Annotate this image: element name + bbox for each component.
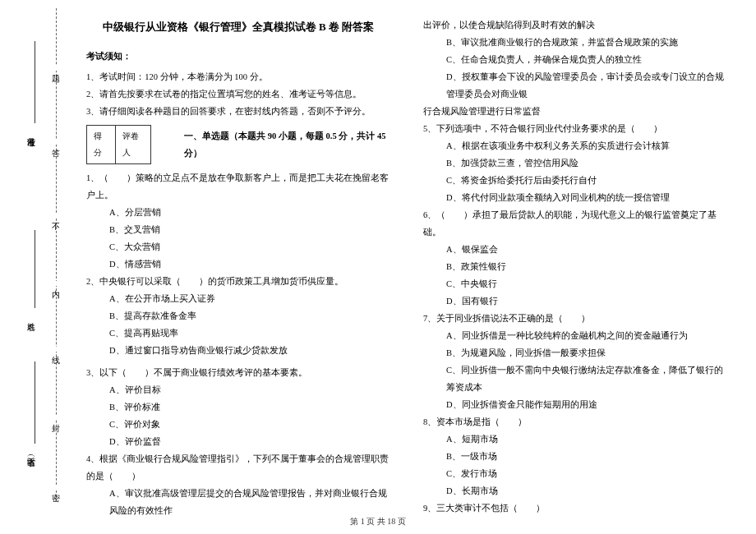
question-option: D、通过窗口指导劝告商业银行减少贷款发放 <box>86 342 390 359</box>
question-option: C、将资金拆给委托行后由委托行自付 <box>423 172 727 189</box>
question-stem: 9、三大类审计不包括（ ） <box>423 499 727 517</box>
underline-province <box>35 361 35 444</box>
left-column: 中级银行从业资格《银行管理》全真模拟试卷 B 卷 附答案 考试须知： 1、考试时… <box>74 8 403 501</box>
question-option: D、将代付同业款项全额纳入对同业机构的统一授信管理 <box>423 189 727 206</box>
question-option: D、长期市场 <box>423 482 727 499</box>
question-option: B、审议批准商业银行的合规政策，并监督合规政策的实施 <box>423 34 727 51</box>
seal-line <box>56 8 57 501</box>
question-option: B、为规避风险，同业拆借一般要求担保 <box>423 344 727 361</box>
question-option: C、任命合规负责人，并确保合规负责人的独立性 <box>423 51 727 68</box>
instruction-item: 2、请首先按要求在试卷的指定位置填写您的姓名、准考证号等信息。 <box>86 85 390 103</box>
question-option: D、情感营销 <box>86 255 390 273</box>
question-option-cont: 出评价，以使合规缺陷得到及时有效的解决 <box>423 16 727 34</box>
question-option: B、交叉营销 <box>86 221 390 238</box>
question-option: C、发行市场 <box>423 465 727 482</box>
seal-char-0: 密 <box>49 485 61 490</box>
question-stem: 2、中央银行可以采取（ ）的货币政策工具增加货币供应量。 <box>86 273 390 290</box>
seal-char-5: 答 <box>49 140 61 145</box>
section-title: 一、单选题（本题共 90 小题，每题 0.5 分，共计 45 分） <box>184 127 390 162</box>
question-option: B、评价标准 <box>86 398 390 416</box>
question-stem: 5、下列选项中，不符合银行同业代付业务要求的是（ ） <box>423 120 727 137</box>
exam-title: 中级银行从业资格《银行管理》全真模拟试卷 B 卷 附答案 <box>86 16 390 38</box>
question-option: B、一级市场 <box>423 448 727 465</box>
content-columns: 中级银行从业资格《银行管理》全真模拟试卷 B 卷 附答案 考试须知： 1、考试时… <box>66 8 740 501</box>
question-option: C、同业拆借一般不需向中央银行缴纳法定存款准备金，降低了银行的筹资成本 <box>423 361 727 396</box>
score-label: 得分 <box>87 126 116 163</box>
question-option: C、评价对象 <box>86 416 390 433</box>
question-option: A、分层营销 <box>86 204 390 221</box>
seal-char-2: 线 <box>49 347 61 352</box>
question-stem: 7、关于同业拆借说法不正确的是（ ） <box>423 310 727 327</box>
binding-margin: 省（市区） 姓名 准考证号 密 封 线 内 不 答 题 <box>16 8 66 501</box>
page-footer: 第 1 页 共 18 页 <box>0 516 756 527</box>
seal-char-1: 封 <box>49 415 61 420</box>
instructions-heading: 考试须知： <box>86 48 390 65</box>
seal-char-4: 不 <box>49 214 61 219</box>
seal-char-6: 题 <box>49 66 61 71</box>
question-option: D、授权董事会下设的风险管理委员会，审计委员会或专门设立的合规管理委员会对商业银 <box>423 68 727 103</box>
question-option: A、短期市场 <box>423 430 727 448</box>
underline-ticket <box>35 41 35 123</box>
underline-name <box>35 230 35 308</box>
seal-char-3: 内 <box>49 281 61 286</box>
score-box: 得分 评卷人 <box>86 125 151 164</box>
question-option: D、同业拆借资金只能作短期用的用途 <box>423 396 727 413</box>
question-option: A、审议批准高级管理层提交的合规风险管理报告，并对商业银行合规风险的有效性作 <box>86 485 390 519</box>
grader-label: 评卷人 <box>116 126 151 163</box>
question-stem: 6、（ ）承担了最后贷款人的职能，为现代意义上的银行监管奠定了基础。 <box>423 206 727 241</box>
question-option: D、国有银行 <box>423 292 727 310</box>
question-option: A、根据在该项业务中权利义务关系的实质进行会计核算 <box>423 137 727 154</box>
question-option: C、大众营销 <box>86 238 390 255</box>
question-stem: 8、资本市场是指（ ） <box>423 413 727 430</box>
question-option: A、同业拆借是一种比较纯粹的金融机构之间的资金融通行为 <box>423 327 727 344</box>
question-option-cont: 行合规风险管理进行日常监督 <box>423 103 727 120</box>
question-option: A、评价目标 <box>86 381 390 398</box>
question-option: B、政策性银行 <box>423 258 727 275</box>
instruction-item: 1、考试时间：120 分钟，本卷满分为 100 分。 <box>86 68 390 85</box>
question-stem: 1、（ ）策略的立足点不是放在争取新客户上，而是把工夫花在挽留老客户上。 <box>86 169 390 204</box>
question-stem: 4、根据《商业银行合规风险管理指引》，下列不属于董事会的合规管理职责的是（ ） <box>86 450 390 485</box>
question-option: B、加强贷款三查，管控信用风险 <box>423 154 727 172</box>
question-option: A、银保监会 <box>423 241 727 258</box>
instruction-item: 3、请仔细阅读各种题目的回答要求，在密封线内答题，否则不予评分。 <box>86 103 390 120</box>
question-option: C、中央银行 <box>423 275 727 292</box>
question-option: B、提高存款准备金率 <box>86 307 390 325</box>
right-column: 出评价，以使合规缺陷得到及时有效的解决 B、审议批准商业银行的合规政策，并监督合… <box>411 8 740 501</box>
question-option: C、提高再贴现率 <box>86 325 390 342</box>
question-option: A、在公开市场上买入证券 <box>86 290 390 307</box>
question-stem: 3、以下（ ）不属于商业银行绩效考评的基本要素。 <box>86 364 390 381</box>
question-option: D、评价监督 <box>86 433 390 450</box>
